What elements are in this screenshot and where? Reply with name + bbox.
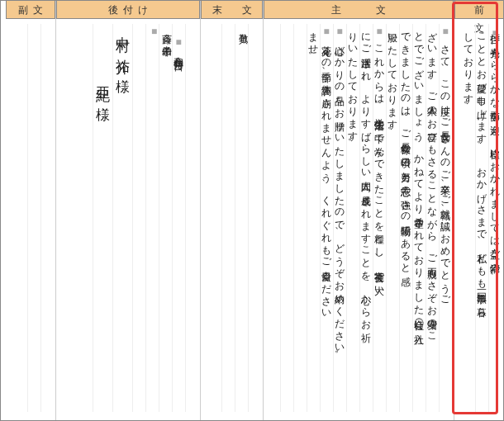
text-column: しております。 — [462, 24, 475, 412]
text-column: できましたのは、ご長女様の日頃の努力と意志の強さの賜物であると感 — [399, 24, 412, 412]
section-preface: 前 文 拝啓■春光うららかな季節を迎え、皆様におかれましては益々ご清祥のこととお… — [454, 1, 503, 420]
blank-column — [159, 24, 172, 412]
blank-column — [293, 24, 307, 412]
date-column: ■令和〇年〇月〇日 — [172, 24, 185, 412]
blank-column — [267, 24, 280, 412]
text-column: ■心ばかりの品をお贈りいたしましたので、どうぞお納めください。 — [333, 24, 346, 412]
section-sub: 副文 — [6, 1, 55, 420]
section-end: 末 文 敬具 — [200, 1, 263, 420]
body-main: ■さて、この度はご長女〇〇さんのご卒業、ご就職、誠におめでとうございます。ご本人… — [264, 19, 454, 420]
text-column: とでございましょう。かねてより希望されておりました〇〇会社に入社 — [412, 24, 426, 412]
blank-column — [280, 24, 293, 412]
body-end: 敬具 — [201, 19, 263, 420]
text-column: こととお慶び申し上げます。 おかげさまで、私どもも一同無事に暮ら — [475, 24, 488, 412]
text-column: ませ。 — [307, 24, 320, 412]
body-preface: 拝啓■春光うららかな季節を迎え、皆様におかれましては益々ご清祥のこととお慶び申し… — [454, 19, 503, 420]
letter-container: 前 文 拝啓■春光うららかな季節を迎え、皆様におかれましては益々ご清祥のこととお… — [1, 1, 503, 420]
text-column: ざいます。ご本人のお喜びもさることながら、ご両親もさぞお安堵のこ — [426, 24, 439, 412]
header-main: 主 文 — [264, 1, 454, 19]
header-end: 末 文 — [201, 1, 263, 19]
body-sub — [6, 19, 55, 420]
header-preface: 前 文 — [454, 1, 503, 19]
text-column: りいたしております。 — [346, 24, 359, 412]
recipient2-column: 亜紀 様 — [93, 24, 112, 412]
text-column: 拝啓■春光うららかな季節を迎え、皆様におかれましては益々ご清祥の — [488, 24, 502, 412]
text-column: ■さて、この度はご長女〇〇さんのご卒業、ご就職、誠におめでとうご — [439, 24, 452, 412]
text-column: にご活躍され、よりすばらしい人間に成長されますことを、心からお祈 — [359, 24, 373, 412]
blank-column — [208, 24, 221, 412]
blank-column — [27, 24, 40, 412]
header-sub: 副文 — [6, 1, 55, 19]
section-append: 後付け ■令和〇年〇月〇日斉藤 由希子■中村 祐介 様 亜紀 様 — [55, 1, 200, 420]
text-column: ■花冷えの季節、体調を崩されませんよう、くれぐれもご自愛ください — [320, 24, 333, 412]
closing-column: 敬具 — [235, 24, 248, 412]
blank-column — [248, 24, 261, 412]
blank-column — [185, 24, 198, 412]
blank-column — [40, 24, 54, 412]
blank-column — [221, 24, 235, 412]
blank-column — [79, 24, 93, 412]
text-column: 服いたしております。 — [386, 24, 399, 412]
blank-column — [132, 24, 145, 412]
text-column: ■これからは、学生生活の中で学んできたことを糧とし、実社会で大い — [373, 24, 386, 412]
header-append: 後付け — [56, 1, 200, 19]
blank-column — [14, 24, 27, 412]
section-main: 主 文 ■さて、この度はご長女〇〇さんのご卒業、ご就職、誠におめでとうございます… — [263, 1, 454, 420]
recipient-column: 中村 祐介 様 — [112, 24, 132, 412]
sender-column: 斉藤 由希子■ — [145, 24, 159, 412]
body-append: ■令和〇年〇月〇日斉藤 由希子■中村 祐介 様 亜紀 様 — [56, 19, 200, 420]
